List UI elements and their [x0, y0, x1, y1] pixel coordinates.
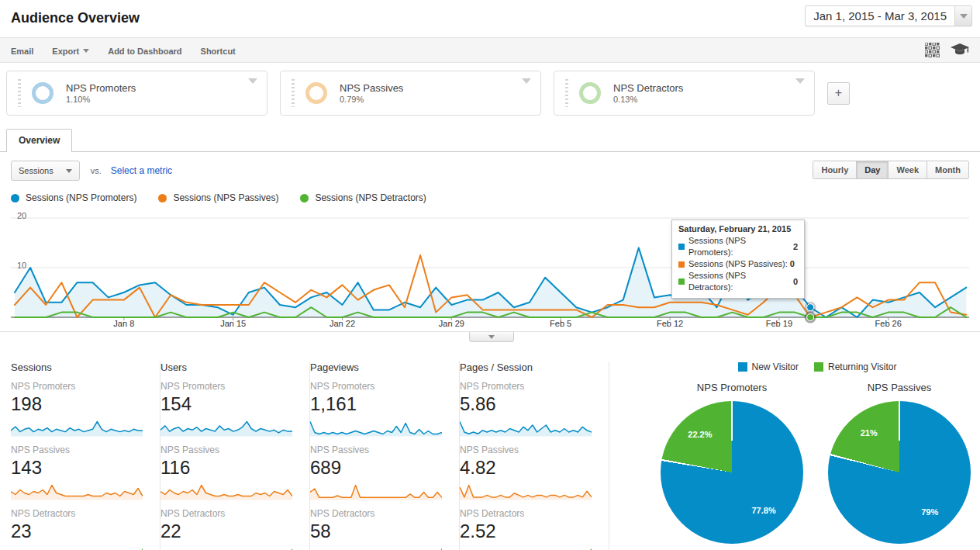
sparkline-chart: [460, 419, 592, 438]
segment-text: NPS Promoters1.10%: [66, 82, 136, 104]
tooltip-series-marker: [678, 244, 685, 250]
pie-block-nps-promoters: NPS Promoters77.8%22.2%: [654, 382, 809, 544]
add-segment-button[interactable]: +: [827, 82, 850, 105]
legend-dot-icon: [300, 194, 309, 202]
tooltip-row: Sessions (NPS Promoters):2: [678, 235, 798, 258]
date-range-dropdown-button[interactable]: [954, 6, 971, 26]
toolbar-add-to-dashboard[interactable]: Add to Dashboard: [108, 47, 181, 56]
tooltip-series-marker: [678, 278, 685, 285]
education-icon[interactable]: [951, 43, 969, 57]
granularity-month[interactable]: Month: [927, 161, 968, 178]
segment-value: 0.79%: [340, 95, 403, 104]
metric-segment-label: NPS Passives: [11, 444, 150, 455]
page-header: Audience Overview Jan 1, 2015 - Mar 3, 2…: [0, 0, 980, 37]
pie-slice-label: 22.2%: [688, 430, 712, 439]
tooltip-row: Sessions (NPS Passives):0: [678, 258, 798, 270]
pie-chart-nps-passives[interactable]: 79%21%: [828, 401, 971, 544]
chevron-down-icon[interactable]: [795, 78, 805, 84]
pie-chart-nps-promoters[interactable]: 77.8%22.2%: [661, 401, 803, 544]
metric-segment-label: NPS Passives: [460, 444, 599, 455]
pie-legend-label: New Visitor: [752, 361, 799, 372]
legend-square-icon: [738, 362, 747, 372]
metric-column-pages-session: Pages / SessionNPS Promoters5.86NPS Pass…: [460, 361, 609, 550]
metric-header: Pageviews: [310, 361, 450, 373]
metric-value: 22: [160, 521, 300, 542]
drag-handle-icon[interactable]: [18, 79, 21, 107]
x-axis-label: Feb 26: [861, 319, 916, 328]
chevron-down-icon[interactable]: [248, 78, 257, 84]
metric-segment-label: NPS Detractors: [11, 508, 150, 519]
segment-card-nps-detractors[interactable]: NPS Detractors0.13%: [554, 71, 815, 116]
grid-icon[interactable]: [925, 43, 940, 57]
metric-header: Sessions: [11, 361, 150, 373]
granularity-day[interactable]: Day: [856, 161, 888, 178]
chevron-down-icon: [960, 14, 968, 19]
segment-card-nps-promoters[interactable]: NPS Promoters1.10%: [6, 71, 267, 116]
segment-value: 1.10%: [66, 95, 136, 104]
metric-value: 4.82: [460, 457, 599, 479]
metric-segment-label: NPS Promoters: [310, 381, 450, 392]
sparkline-chart: [160, 419, 292, 438]
legend-item-sessions-nps-passives[interactable]: Sessions (NPS Passives): [158, 192, 278, 203]
metric-segment-label: NPS Promoters: [160, 381, 300, 392]
metric-value: 1,161: [310, 393, 450, 415]
tooltip-title: Saturday, February 21, 2015: [678, 224, 798, 233]
toolbar-shortcut[interactable]: Shortcut: [201, 47, 236, 56]
drag-handle-icon[interactable]: [292, 79, 295, 107]
pie-legend-returning-visitor: Returning Visitor: [814, 361, 897, 372]
legend-label: Sessions (NPS Promoters): [26, 192, 136, 203]
sparkline-chart: [310, 483, 442, 501]
tab-bar: Overview: [0, 128, 980, 152]
metric-select-dropdown[interactable]: Sessions: [11, 161, 80, 181]
segment-cards: NPS Promoters1.10%NPS Passives0.79%NPS D…: [6, 71, 827, 116]
toolbar: EmailExportAdd to DashboardShortcut: [0, 37, 980, 63]
legend-item-sessions-nps-detractors[interactable]: Sessions (NPS Detractors): [300, 192, 426, 203]
metric-header: Pages / Session: [460, 361, 599, 373]
drag-handle-icon[interactable]: [565, 79, 568, 107]
timeline-expander-button[interactable]: [469, 332, 514, 342]
chevron-down-icon: [488, 335, 495, 339]
tooltip-label: Sessions (NPS Detractors):: [688, 270, 791, 293]
pie-slice-label: 79%: [921, 507, 938, 517]
granularity-hourly[interactable]: Hourly: [813, 161, 856, 178]
x-axis-label: Feb 19: [752, 319, 806, 328]
metric-segment-label: NPS Detractors: [460, 508, 599, 519]
segment-card-nps-passives[interactable]: NPS Passives0.79%: [280, 71, 541, 116]
metric-header: Users: [160, 361, 300, 373]
sparkline-chart: [11, 419, 143, 438]
segment-cards-row: NPS Promoters1.10%NPS Passives0.79%NPS D…: [0, 63, 980, 128]
select-metric-link[interactable]: Select a metric: [111, 165, 172, 176]
vs-label: vs.: [91, 166, 102, 175]
legend-square-icon: [814, 362, 823, 372]
toolbar-links: EmailExportAdd to DashboardShortcut: [11, 43, 254, 57]
pie-legend-new-visitor: New Visitor: [738, 361, 799, 372]
metric-value: 5.86: [460, 393, 599, 415]
tab-overview[interactable]: Overview: [6, 129, 72, 152]
date-range-selector[interactable]: Jan 1, 2015 - Mar 3, 2015: [805, 5, 972, 26]
tooltip-label: Sessions (NPS Passives):: [688, 258, 788, 270]
series-legend: Sessions (NPS Promoters)Sessions (NPS Pa…: [0, 189, 980, 209]
chevron-down-icon[interactable]: [522, 78, 531, 84]
pie-legend-label: Returning Visitor: [828, 361, 897, 372]
segment-donut-icon: [305, 82, 327, 104]
metric-value: 23: [11, 521, 150, 542]
segment-value: 0.13%: [613, 95, 683, 104]
toolbar-email[interactable]: Email: [11, 47, 33, 56]
segment-name: NPS Promoters: [66, 82, 136, 94]
segment-donut-icon: [579, 82, 601, 104]
summary-section: SessionsNPS Promoters198NPS Passives143N…: [0, 343, 980, 550]
toolbar-export[interactable]: Export: [52, 47, 89, 56]
granularity-week[interactable]: Week: [888, 161, 927, 178]
sparkline-chart: [310, 546, 442, 550]
tooltip-value: 0: [790, 258, 795, 270]
timeline-chart[interactable]: Saturday, February 21, 2015 Sessions (NP…: [0, 209, 980, 332]
tooltip-label: Sessions (NPS Promoters):: [688, 235, 791, 258]
caret-down-icon: [83, 49, 89, 53]
metric-segment-label: NPS Passives: [310, 444, 450, 455]
toolbar-icons: [925, 43, 969, 57]
metric-columns: SessionsNPS Promoters198NPS Passives143N…: [11, 361, 609, 550]
date-range-text: Jan 1, 2015 - Mar 3, 2015: [806, 6, 954, 26]
sparkline-chart: [11, 483, 143, 501]
pie-title: NPS Passives: [822, 382, 977, 393]
legend-item-sessions-nps-promoters[interactable]: Sessions (NPS Promoters): [11, 192, 136, 203]
